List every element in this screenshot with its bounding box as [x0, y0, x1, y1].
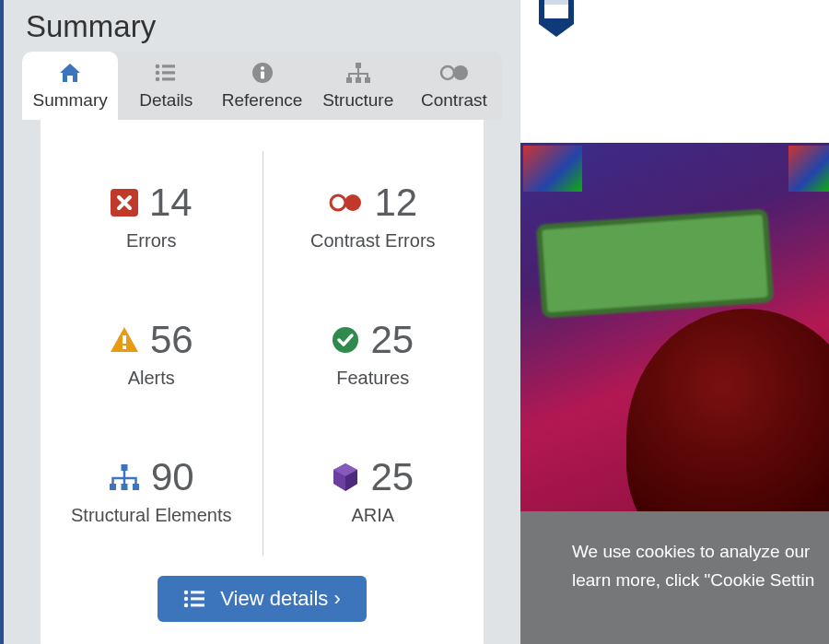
stat-count: 90 [151, 455, 194, 499]
tab-label: Reference [222, 90, 303, 111]
stat-count: 25 [370, 455, 414, 499]
svg-rect-30 [191, 603, 204, 606]
stat-count: 56 [150, 318, 193, 362]
accessibility-summary-panel: Summary Summary Details Reference [0, 0, 520, 644]
stat-label: ARIA [351, 505, 394, 526]
svg-rect-10 [346, 77, 352, 83]
hierarchy-icon [109, 463, 140, 491]
tab-summary[interactable]: Summary [22, 52, 118, 120]
summary-content: 14 Errors 12 Contrast Errors [41, 120, 484, 644]
stat-count: 25 [370, 318, 414, 362]
tab-details[interactable]: Details [118, 52, 214, 120]
info-icon [251, 61, 274, 85]
svg-point-4 [156, 77, 160, 82]
stat-label: Errors [126, 230, 176, 252]
cookie-banner: We use cookies to analyze our learn more… [520, 511, 829, 644]
svg-point-16 [331, 195, 345, 210]
svg-point-27 [184, 597, 188, 601]
stat-label: Structural Elements [71, 505, 232, 526]
cube-icon [332, 463, 359, 492]
tab-bar: Summary Details Reference Structure [22, 52, 502, 120]
stat-count: 14 [149, 181, 193, 225]
button-label: View details › [220, 587, 340, 611]
svg-rect-26 [191, 591, 204, 593]
tabs-container: Summary Details Reference Structure [22, 52, 502, 644]
view-details-button[interactable]: View details › [158, 576, 366, 622]
stat-alerts[interactable]: 56 Alerts [41, 285, 263, 422]
stat-label: Features [336, 368, 409, 389]
cookie-text-line: learn more, click "Cookie Settin [572, 566, 829, 594]
summary-grid: 14 Errors 12 Contrast Errors [41, 147, 484, 559]
page-title: Summary [4, 0, 520, 52]
stat-features[interactable]: 25 Features [263, 285, 485, 422]
tab-label: Contrast [421, 90, 487, 111]
svg-rect-23 [121, 484, 127, 490]
svg-point-13 [441, 66, 454, 79]
svg-rect-1 [162, 64, 175, 67]
stat-count: 12 [374, 181, 417, 225]
contrast-icon [328, 193, 363, 213]
svg-point-25 [184, 591, 188, 594]
alert-icon [110, 326, 139, 354]
svg-rect-9 [356, 63, 361, 68]
tab-reference[interactable]: Reference [214, 52, 309, 120]
tab-label: Details [139, 90, 193, 111]
cookie-text-line: We use cookies to analyze our [572, 537, 829, 566]
hero-image [520, 143, 829, 511]
stat-errors[interactable]: 14 Errors [41, 147, 263, 285]
svg-rect-11 [356, 77, 361, 83]
home-icon [58, 61, 82, 85]
stat-contrast-errors[interactable]: 12 Contrast Errors [263, 147, 485, 285]
svg-rect-12 [365, 77, 370, 83]
grid-divider [263, 151, 263, 556]
svg-rect-5 [162, 77, 175, 80]
svg-rect-24 [133, 484, 139, 490]
list-icon [183, 590, 205, 608]
image-thumbnail [523, 146, 582, 192]
svg-rect-22 [110, 484, 116, 490]
tab-contrast[interactable]: Contrast [406, 52, 502, 120]
tab-structure[interactable]: Structure [310, 52, 406, 120]
svg-point-20 [333, 327, 358, 353]
svg-point-14 [453, 65, 468, 80]
svg-rect-3 [162, 71, 175, 74]
svg-point-29 [184, 603, 188, 607]
svg-point-2 [156, 71, 160, 76]
svg-rect-8 [261, 72, 264, 79]
shield-icon [537, 0, 576, 39]
svg-rect-28 [191, 597, 204, 600]
hierarchy-icon [345, 61, 371, 85]
contrast-icon [438, 61, 470, 85]
stat-structural[interactable]: 90 Structural Elements [41, 422, 263, 559]
tab-label: Summary [32, 90, 107, 111]
svg-rect-32 [544, 0, 568, 5]
check-icon [332, 326, 359, 354]
svg-rect-19 [123, 345, 126, 349]
svg-rect-21 [121, 464, 127, 471]
stat-label: Contrast Errors [310, 230, 436, 252]
stat-aria[interactable]: 25 ARIA [263, 422, 485, 559]
tab-label: Structure [322, 90, 393, 111]
svg-point-7 [261, 66, 264, 70]
list-icon [154, 61, 178, 85]
image-thumbnail [788, 146, 829, 192]
svg-point-0 [156, 64, 160, 69]
error-icon [111, 189, 138, 217]
stat-label: Alerts [128, 368, 175, 389]
svg-point-17 [344, 194, 361, 211]
svg-rect-18 [123, 335, 126, 344]
